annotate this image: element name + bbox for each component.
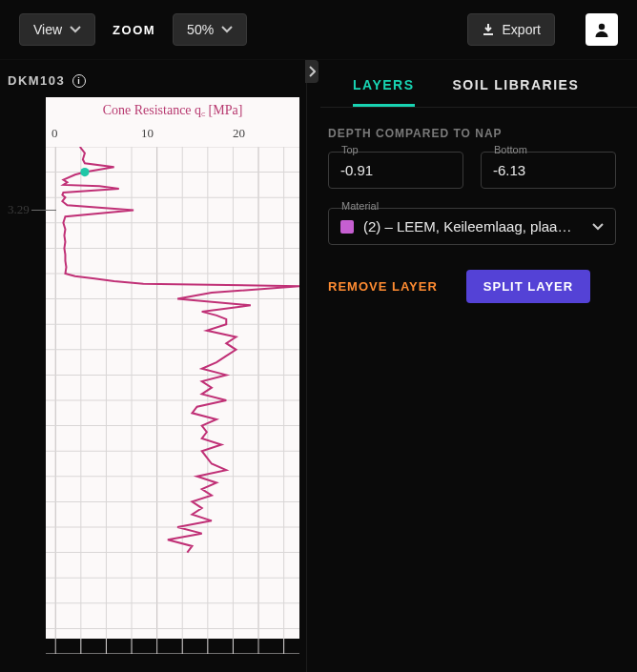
current-depth-marker[interactable]	[80, 168, 89, 176]
x-tick: 10	[141, 126, 154, 141]
panel-tabs: LAYERS SOIL LIBRARIES	[307, 60, 637, 107]
cone-resistance-line	[46, 147, 299, 654]
bottom-label: Bottom	[490, 144, 531, 155]
chevron-right-icon	[308, 66, 316, 77]
depth-section: DEPTH COMPARED TO NAP Top Bottom	[307, 108, 637, 189]
x-tick: 0	[51, 126, 58, 141]
right-panel: LAYERS SOIL LIBRARIES DEPTH COMPARED TO …	[307, 60, 637, 672]
material-select[interactable]: (2) – LEEM, Keileemlaag, plaa…	[328, 208, 616, 245]
split-layer-button[interactable]: SPLIT LAYER	[466, 270, 590, 303]
view-dropdown[interactable]: View	[19, 13, 95, 46]
zoom-dropdown[interactable]: 50%	[173, 13, 247, 46]
top-toolbar: View ZOOM 50% Export	[0, 0, 637, 60]
export-label: Export	[503, 22, 541, 37]
depth-value: 3.29	[8, 202, 30, 217]
depth-section-header: DEPTH COMPARED TO NAP	[328, 127, 616, 140]
download-icon	[482, 23, 495, 36]
account-button[interactable]	[586, 13, 618, 46]
chevron-down-icon	[221, 26, 233, 33]
svg-point-0	[599, 24, 605, 30]
export-button[interactable]: Export	[467, 13, 555, 46]
x-axis-ticks: 0 10 20	[46, 126, 299, 143]
person-icon	[593, 21, 610, 38]
material-swatch-icon	[340, 220, 354, 234]
top-field-wrap: Top	[328, 152, 463, 189]
panel-collapse-button[interactable]	[305, 60, 318, 83]
material-field-wrap: Material (2) – LEEM, Keileemlaag, plaa…	[328, 208, 616, 245]
zoom-value: 50%	[187, 22, 214, 37]
depth-callout: 3.29	[8, 202, 56, 217]
material-label: Material	[338, 200, 382, 212]
tab-soil-libraries[interactable]: SOIL LIBRARIES	[453, 77, 580, 107]
zoom-caption: ZOOM	[113, 23, 155, 37]
document-id: DKM103	[8, 73, 65, 88]
x-tick: 20	[233, 126, 245, 141]
bottom-input[interactable]	[481, 152, 616, 189]
chevron-down-icon	[70, 26, 81, 33]
material-section: Material (2) – LEEM, Keileemlaag, plaa…	[307, 189, 637, 245]
document-header: DKM103 i	[0, 60, 306, 93]
chart-area: Cone Resistance q꜀ [MPa] 0 10 20	[8, 97, 299, 662]
view-label: View	[33, 22, 62, 37]
chevron-down-icon	[592, 223, 604, 231]
chart-canvas[interactable]: Cone Resistance q꜀ [MPa] 0 10 20	[46, 97, 299, 639]
info-icon[interactable]: i	[72, 74, 86, 88]
top-input[interactable]	[328, 152, 463, 189]
callout-rule	[31, 210, 56, 211]
remove-layer-button[interactable]: REMOVE LAYER	[328, 279, 438, 294]
material-value: (2) – LEEM, Keileemlaag, plaa…	[363, 218, 583, 234]
layer-actions: REMOVE LAYER SPLIT LAYER	[307, 245, 637, 328]
bottom-field-wrap: Bottom	[481, 152, 616, 189]
tab-layers[interactable]: LAYERS	[353, 77, 415, 107]
top-label: Top	[338, 144, 362, 155]
main-split: DKM103 i Cone Resistance q꜀ [MPa] 0 10 2…	[0, 60, 637, 672]
chart-title: Cone Resistance q꜀ [MPa]	[46, 103, 299, 118]
left-pane: DKM103 i Cone Resistance q꜀ [MPa] 0 10 2…	[0, 60, 307, 672]
